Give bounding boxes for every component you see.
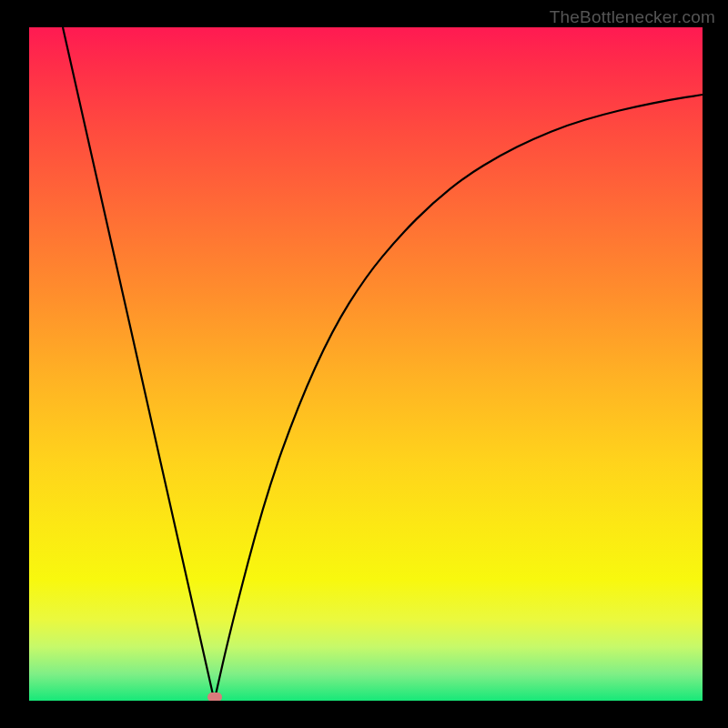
curve-path bbox=[63, 27, 703, 701]
plot-area bbox=[29, 27, 703, 701]
watermark-text: TheBottlenecker.com bbox=[550, 7, 715, 27]
bottleneck-curve bbox=[29, 27, 703, 701]
chart-frame: TheBottlenecker.com bbox=[0, 0, 728, 728]
optimal-marker bbox=[207, 693, 222, 701]
